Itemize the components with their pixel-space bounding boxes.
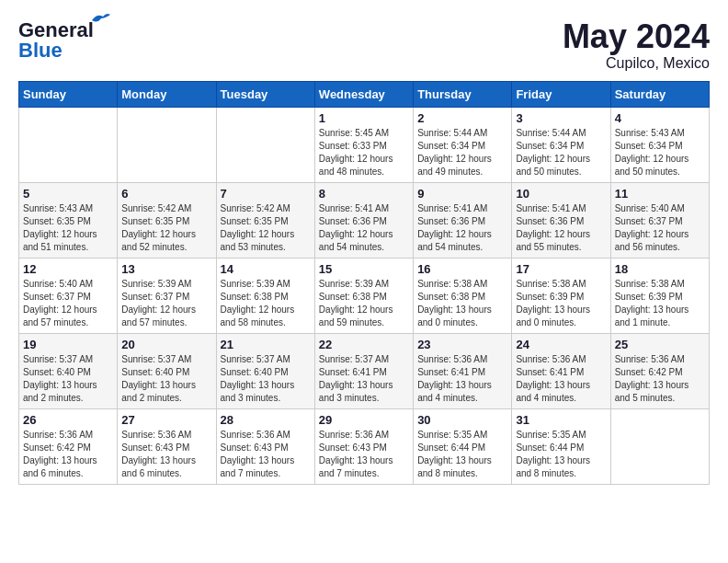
logo: General Blue bbox=[18, 18, 94, 63]
day-number: 1 bbox=[319, 111, 409, 125]
day-number: 5 bbox=[23, 187, 113, 201]
calendar-week-row: 1Sunrise: 5:45 AM Sunset: 6:33 PM Daylig… bbox=[19, 107, 710, 182]
calendar-day-cell: 10Sunrise: 5:41 AM Sunset: 6:36 PM Dayli… bbox=[512, 182, 610, 258]
calendar-day-cell: 11Sunrise: 5:40 AM Sunset: 6:37 PM Dayli… bbox=[610, 182, 709, 258]
day-number: 3 bbox=[516, 111, 606, 125]
calendar-day-cell bbox=[216, 107, 314, 182]
day-info: Sunrise: 5:36 AM Sunset: 6:42 PM Dayligh… bbox=[615, 353, 705, 405]
day-info: Sunrise: 5:41 AM Sunset: 6:36 PM Dayligh… bbox=[516, 202, 606, 254]
calendar-day-cell: 22Sunrise: 5:37 AM Sunset: 6:41 PM Dayli… bbox=[314, 333, 413, 408]
day-of-week-header: Thursday bbox=[414, 81, 512, 107]
day-number: 23 bbox=[417, 338, 507, 351]
day-info: Sunrise: 5:40 AM Sunset: 6:37 PM Dayligh… bbox=[615, 202, 705, 254]
page-header: General Blue May 2024 Cupilco, Mexico bbox=[18, 18, 710, 72]
day-number: 28 bbox=[221, 413, 311, 427]
day-number: 10 bbox=[516, 187, 606, 201]
day-info: Sunrise: 5:38 AM Sunset: 6:39 PM Dayligh… bbox=[516, 278, 606, 329]
calendar-day-cell: 30Sunrise: 5:35 AM Sunset: 6:44 PM Dayli… bbox=[414, 408, 512, 484]
day-number: 27 bbox=[121, 413, 211, 427]
logo-bird-icon bbox=[90, 11, 110, 28]
calendar-day-cell: 23Sunrise: 5:36 AM Sunset: 6:41 PM Dayli… bbox=[414, 333, 512, 408]
day-number: 12 bbox=[23, 262, 113, 276]
month-year-title: May 2024 bbox=[563, 18, 710, 55]
day-number: 4 bbox=[615, 111, 705, 125]
calendar-day-cell: 2Sunrise: 5:44 AM Sunset: 6:34 PM Daylig… bbox=[414, 107, 512, 182]
day-number: 15 bbox=[319, 262, 409, 276]
calendar-header-row: SundayMondayTuesdayWednesdayThursdayFrid… bbox=[19, 81, 710, 107]
day-info: Sunrise: 5:36 AM Sunset: 6:41 PM Dayligh… bbox=[417, 353, 507, 405]
day-number: 17 bbox=[516, 262, 606, 276]
calendar-week-row: 26Sunrise: 5:36 AM Sunset: 6:42 PM Dayli… bbox=[19, 408, 710, 484]
day-info: Sunrise: 5:37 AM Sunset: 6:40 PM Dayligh… bbox=[221, 353, 311, 405]
day-info: Sunrise: 5:36 AM Sunset: 6:43 PM Dayligh… bbox=[319, 429, 409, 480]
day-of-week-header: Friday bbox=[512, 81, 610, 107]
day-number: 29 bbox=[319, 413, 409, 427]
calendar-day-cell: 7Sunrise: 5:42 AM Sunset: 6:35 PM Daylig… bbox=[216, 182, 314, 258]
day-info: Sunrise: 5:41 AM Sunset: 6:36 PM Dayligh… bbox=[319, 202, 409, 254]
calendar-day-cell: 31Sunrise: 5:35 AM Sunset: 6:44 PM Dayli… bbox=[512, 408, 610, 484]
calendar-day-cell: 1Sunrise: 5:45 AM Sunset: 6:33 PM Daylig… bbox=[314, 107, 413, 182]
day-number: 19 bbox=[23, 338, 113, 351]
day-info: Sunrise: 5:42 AM Sunset: 6:35 PM Dayligh… bbox=[221, 202, 311, 254]
day-info: Sunrise: 5:37 AM Sunset: 6:40 PM Dayligh… bbox=[23, 353, 113, 405]
calendar-day-cell: 8Sunrise: 5:41 AM Sunset: 6:36 PM Daylig… bbox=[314, 182, 413, 258]
day-number: 14 bbox=[221, 262, 311, 276]
day-of-week-header: Monday bbox=[118, 81, 216, 107]
day-info: Sunrise: 5:37 AM Sunset: 6:41 PM Dayligh… bbox=[319, 353, 409, 405]
day-info: Sunrise: 5:35 AM Sunset: 6:44 PM Dayligh… bbox=[417, 429, 507, 480]
day-number: 16 bbox=[417, 262, 507, 276]
day-info: Sunrise: 5:43 AM Sunset: 6:35 PM Dayligh… bbox=[23, 202, 113, 254]
day-info: Sunrise: 5:39 AM Sunset: 6:38 PM Dayligh… bbox=[319, 278, 409, 329]
calendar-day-cell: 5Sunrise: 5:43 AM Sunset: 6:35 PM Daylig… bbox=[19, 182, 118, 258]
calendar-week-row: 19Sunrise: 5:37 AM Sunset: 6:40 PM Dayli… bbox=[19, 333, 710, 408]
calendar-day-cell: 18Sunrise: 5:38 AM Sunset: 6:39 PM Dayli… bbox=[610, 258, 709, 333]
calendar-day-cell: 17Sunrise: 5:38 AM Sunset: 6:39 PM Dayli… bbox=[512, 258, 610, 333]
day-info: Sunrise: 5:39 AM Sunset: 6:38 PM Dayligh… bbox=[221, 278, 311, 329]
calendar-day-cell: 25Sunrise: 5:36 AM Sunset: 6:42 PM Dayli… bbox=[610, 333, 709, 408]
calendar-week-row: 12Sunrise: 5:40 AM Sunset: 6:37 PM Dayli… bbox=[19, 258, 710, 333]
day-info: Sunrise: 5:36 AM Sunset: 6:43 PM Dayligh… bbox=[221, 429, 311, 480]
day-info: Sunrise: 5:36 AM Sunset: 6:42 PM Dayligh… bbox=[23, 429, 113, 480]
day-number: 18 bbox=[615, 262, 705, 276]
calendar-day-cell: 14Sunrise: 5:39 AM Sunset: 6:38 PM Dayli… bbox=[216, 258, 314, 333]
day-of-week-header: Tuesday bbox=[216, 81, 314, 107]
day-number: 11 bbox=[615, 187, 705, 201]
day-info: Sunrise: 5:36 AM Sunset: 6:43 PM Dayligh… bbox=[121, 429, 211, 480]
day-number: 7 bbox=[221, 187, 311, 201]
day-info: Sunrise: 5:44 AM Sunset: 6:34 PM Dayligh… bbox=[417, 127, 507, 178]
calendar-day-cell: 3Sunrise: 5:44 AM Sunset: 6:34 PM Daylig… bbox=[512, 107, 610, 182]
calendar-day-cell: 20Sunrise: 5:37 AM Sunset: 6:40 PM Dayli… bbox=[118, 333, 216, 408]
day-number: 26 bbox=[23, 413, 113, 427]
calendar-day-cell bbox=[118, 107, 216, 182]
day-number: 24 bbox=[516, 338, 606, 351]
calendar-week-row: 5Sunrise: 5:43 AM Sunset: 6:35 PM Daylig… bbox=[19, 182, 710, 258]
day-number: 8 bbox=[319, 187, 409, 201]
day-info: Sunrise: 5:39 AM Sunset: 6:37 PM Dayligh… bbox=[121, 278, 211, 329]
title-block: May 2024 Cupilco, Mexico bbox=[563, 18, 710, 72]
calendar-day-cell: 24Sunrise: 5:36 AM Sunset: 6:41 PM Dayli… bbox=[512, 333, 610, 408]
day-info: Sunrise: 5:45 AM Sunset: 6:33 PM Dayligh… bbox=[319, 127, 409, 178]
logo-general: General bbox=[18, 18, 94, 41]
calendar-day-cell: 16Sunrise: 5:38 AM Sunset: 6:38 PM Dayli… bbox=[414, 258, 512, 333]
day-number: 13 bbox=[121, 262, 211, 276]
calendar-day-cell: 15Sunrise: 5:39 AM Sunset: 6:38 PM Dayli… bbox=[314, 258, 413, 333]
calendar-day-cell bbox=[19, 107, 118, 182]
calendar-day-cell: 12Sunrise: 5:40 AM Sunset: 6:37 PM Dayli… bbox=[19, 258, 118, 333]
location-subtitle: Cupilco, Mexico bbox=[563, 55, 710, 72]
day-number: 22 bbox=[319, 338, 409, 351]
calendar-day-cell bbox=[610, 408, 709, 484]
day-info: Sunrise: 5:36 AM Sunset: 6:41 PM Dayligh… bbox=[516, 353, 606, 405]
calendar-day-cell: 21Sunrise: 5:37 AM Sunset: 6:40 PM Dayli… bbox=[216, 333, 314, 408]
calendar-day-cell: 19Sunrise: 5:37 AM Sunset: 6:40 PM Dayli… bbox=[19, 333, 118, 408]
calendar-day-cell: 29Sunrise: 5:36 AM Sunset: 6:43 PM Dayli… bbox=[314, 408, 413, 484]
calendar-day-cell: 27Sunrise: 5:36 AM Sunset: 6:43 PM Dayli… bbox=[118, 408, 216, 484]
day-info: Sunrise: 5:38 AM Sunset: 6:39 PM Dayligh… bbox=[615, 278, 705, 329]
calendar-table: SundayMondayTuesdayWednesdayThursdayFrid… bbox=[18, 81, 710, 485]
day-info: Sunrise: 5:42 AM Sunset: 6:35 PM Dayligh… bbox=[121, 202, 211, 254]
day-number: 20 bbox=[121, 338, 211, 351]
day-number: 31 bbox=[516, 413, 606, 427]
day-info: Sunrise: 5:40 AM Sunset: 6:37 PM Dayligh… bbox=[23, 278, 113, 329]
calendar-day-cell: 28Sunrise: 5:36 AM Sunset: 6:43 PM Dayli… bbox=[216, 408, 314, 484]
calendar-day-cell: 26Sunrise: 5:36 AM Sunset: 6:42 PM Dayli… bbox=[19, 408, 118, 484]
day-number: 9 bbox=[417, 187, 507, 201]
